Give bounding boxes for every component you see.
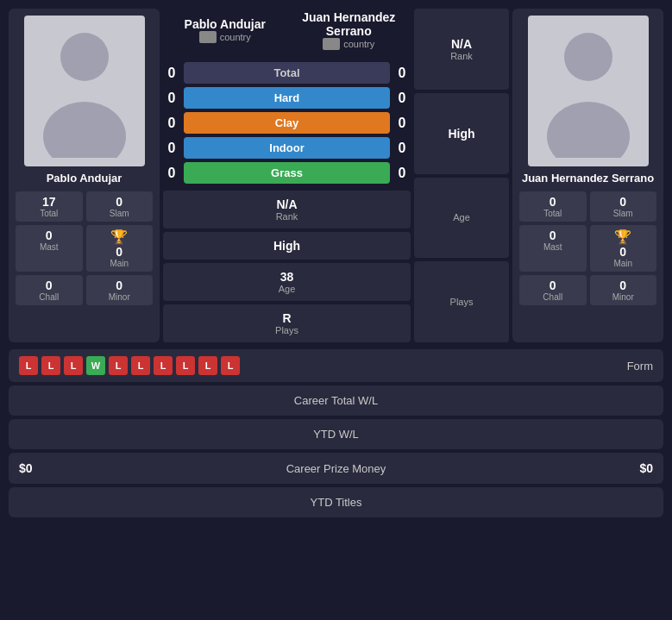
ytd-wl-row: YTD W/L: [9, 419, 663, 449]
left-minor-value: 0: [91, 279, 148, 292]
form-badge-l: L: [131, 356, 150, 375]
clay-left-score: 0: [163, 116, 180, 131]
career-total-wl-row: Career Total W/L: [9, 385, 663, 416]
right-mast-value: 0: [524, 229, 581, 242]
svg-point-0: [60, 33, 109, 81]
total-left-score: 0: [163, 66, 180, 81]
form-badges: LLLWLLLLLL: [19, 356, 240, 375]
grass-left-score: 0: [163, 166, 180, 181]
right-player-avatar: [528, 16, 649, 166]
form-badge-l: L: [109, 356, 128, 375]
career-prize-money-row: $0 Career Prize Money $0: [9, 453, 663, 484]
clay-right-score: 0: [393, 116, 411, 131]
right-chall-value: 0: [524, 279, 581, 292]
total-scores-row: 0 Total 0: [163, 62, 411, 84]
hard-surface-btn[interactable]: Hard: [184, 87, 390, 109]
right-stat-total: 0 Total: [519, 191, 587, 222]
clay-surface-btn[interactable]: Clay: [184, 112, 390, 134]
career-total-wl-label: Career Total W/L: [294, 394, 378, 407]
hard-left-score: 0: [163, 91, 180, 106]
clay-scores-row: 0 Clay 0: [163, 112, 411, 134]
right-rank-box: N/A Rank: [414, 9, 509, 90]
trophy-icon-right: 🏆: [595, 229, 652, 245]
right-stat-main: 🏆 0 Main: [590, 225, 657, 272]
center-column: Pablo Andujar country Juan Hernandez Ser…: [163, 9, 411, 342]
right-age-box: Age: [414, 178, 509, 259]
left-main-label: Main: [91, 259, 148, 268]
right-stat-mast: 0 Mast: [519, 225, 587, 272]
right-stat-slam: 0 Slam: [590, 191, 657, 222]
left-stats-grid: 17 Total 0 Slam 0 Mast 🏆 0 Main 0: [16, 191, 153, 305]
ytd-titles-row: YTD Titles: [9, 487, 663, 517]
career-prize-label: Career Prize Money: [286, 462, 386, 475]
right-main-value: 0: [595, 245, 652, 259]
left-rank-box: N/A Rank: [163, 191, 411, 229]
left-high-value: High: [170, 239, 404, 253]
indoor-left-score: 0: [163, 141, 180, 156]
trophy-icon-left: 🏆: [91, 229, 148, 245]
form-badge-l: L: [176, 356, 195, 375]
hard-scores-row: 0 Hard 0: [163, 87, 411, 109]
form-badge-l: L: [198, 356, 217, 375]
bottom-section: LLLWLLLLLL Form Career Total W/L YTD W/L…: [9, 349, 663, 517]
ytd-wl-label: YTD W/L: [313, 428, 359, 441]
left-chall-value: 0: [21, 279, 78, 292]
right-stat-minor: 0 Minor: [590, 275, 657, 305]
names-header-row: Pablo Andujar country Juan Hernandez Ser…: [163, 9, 411, 59]
players-section: Pablo Andujar 17 Total 0 Slam 0 Mast 🏆 0: [9, 9, 663, 342]
grass-surface-btn[interactable]: Grass: [184, 162, 390, 184]
right-rank-value: N/A: [419, 37, 504, 51]
form-badge-l: L: [221, 356, 240, 375]
form-badge-w: W: [86, 356, 105, 375]
right-plays-box: Plays: [414, 261, 509, 342]
right-player-card: Juan Hernandez Serrano 0 Total 0 Slam 0 …: [512, 9, 663, 342]
form-row: LLLWLLLLLL Form: [9, 349, 663, 382]
grass-scores-row: 0 Grass 0: [163, 162, 411, 184]
left-high-box-row: High: [163, 232, 411, 260]
svg-point-3: [547, 102, 630, 158]
left-player-name: Pablo Andujar: [47, 172, 122, 185]
right-slam-value: 0: [595, 195, 652, 209]
total-right-score: 0: [393, 66, 411, 81]
left-slam-label: Slam: [91, 209, 148, 218]
left-age-box-row: 38 Age: [163, 263, 411, 301]
ytd-titles-label: YTD Titles: [311, 496, 362, 509]
right-slam-label: Slam: [595, 209, 652, 218]
left-stat-main: 🏆 0 Main: [86, 225, 154, 272]
svg-point-1: [43, 102, 126, 158]
indoor-right-score: 0: [393, 141, 411, 156]
left-stat-chall: 0 Chall: [16, 275, 83, 305]
left-slam-value: 0: [91, 195, 148, 209]
right-age-label: Age: [419, 212, 504, 222]
career-prize-right: $0: [639, 461, 653, 475]
indoor-surface-btn[interactable]: Indoor: [184, 137, 390, 159]
left-mast-value: 0: [21, 229, 78, 242]
left-stat-slam: 0 Slam: [86, 191, 154, 222]
career-prize-left: $0: [19, 461, 33, 475]
left-plays-value: R: [170, 311, 404, 325]
left-plays-box: R Plays: [163, 304, 411, 342]
right-stat-chall: 0 Chall: [519, 275, 587, 305]
form-badge-l: L: [64, 356, 83, 375]
left-flag: [199, 31, 217, 43]
left-main-value: 0: [91, 245, 148, 259]
right-player-name: Juan Hernandez Serrano: [522, 172, 654, 185]
left-plays-label: Plays: [170, 325, 404, 335]
right-main-label: Main: [595, 259, 652, 268]
left-high-box: High: [163, 232, 411, 260]
left-rank-value: N/A: [170, 197, 404, 211]
main-container: Pablo Andujar 17 Total 0 Slam 0 Mast 🏆 0: [0, 0, 672, 526]
left-player-header-name: Pablo Andujar country: [163, 17, 287, 47]
grass-right-score: 0: [393, 166, 411, 181]
right-plays-label: Plays: [419, 297, 504, 307]
svg-point-2: [564, 33, 612, 81]
right-high-value: High: [419, 127, 504, 141]
right-flag: [323, 38, 340, 50]
left-rank-label: Rank: [170, 211, 404, 222]
left-stat-mast: 0 Mast: [16, 225, 83, 272]
right-info-column: N/A Rank High Age Plays: [414, 9, 509, 342]
left-mast-label: Mast: [21, 242, 78, 252]
left-player-card: Pablo Andujar 17 Total 0 Slam 0 Mast 🏆 0: [9, 9, 160, 342]
right-total-label: Total: [524, 209, 581, 218]
left-country-text: country: [220, 32, 251, 42]
